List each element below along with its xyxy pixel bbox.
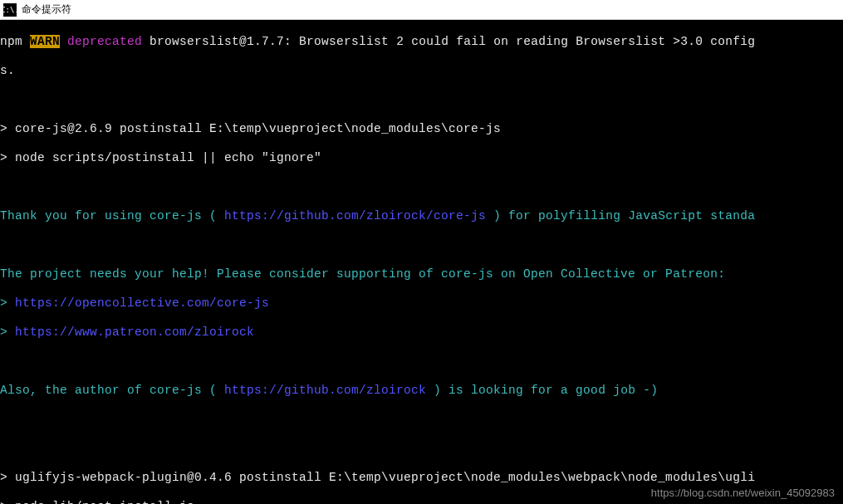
output-text: Also, the author of core-js (	[0, 384, 224, 397]
output-text: > uglifyjs-webpack-plugin@0.4.6 postinst…	[0, 471, 843, 486]
watermark-text: https://blog.csdn.net/weixin_45092983	[651, 487, 835, 499]
link-text: https://github.com/zloirock	[224, 384, 426, 397]
link-text: https://opencollective.com/core-js	[7, 296, 269, 310]
npm-label: npm	[0, 35, 22, 48]
output-text: > node lib/post_install.js	[0, 500, 843, 505]
warn-badge: WARN	[30, 35, 60, 48]
output-text: > node scripts/postinstall || echo "igno…	[0, 151, 843, 166]
output-text: >	[0, 325, 7, 339]
output-text: >	[0, 296, 7, 310]
window-titlebar[interactable]: C:\. 命令提示符	[0, 0, 843, 20]
output-text: browserslist@1.7.7: Browserslist 2 could…	[142, 35, 755, 48]
output-text: Thank you for using core-js (	[0, 209, 224, 223]
window-title: 命令提示符	[22, 2, 71, 17]
link-text: https://github.com/zloirock/core-js	[224, 209, 486, 223]
link-text: https://www.patreon.com/zloirock	[7, 325, 254, 339]
deprecated-label: deprecated	[67, 35, 142, 48]
output-text: s.	[0, 64, 843, 79]
cmd-icon: C:\.	[3, 3, 17, 17]
output-text: The project needs your help! Please cons…	[0, 267, 843, 282]
terminal-output[interactable]: npm WARN deprecated browserslist@1.7.7: …	[0, 20, 843, 504]
output-text: ) for polyfilling JavaScript standa	[486, 209, 755, 223]
output-text: ) is looking for a good job -)	[426, 384, 658, 397]
output-text: > core-js@2.6.9 postinstall E:\temp\vuep…	[0, 122, 843, 137]
